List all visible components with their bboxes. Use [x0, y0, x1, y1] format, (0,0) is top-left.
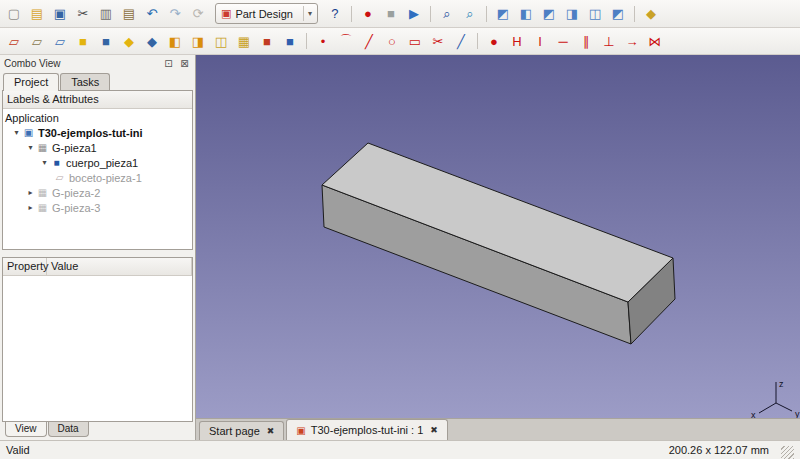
- property-table-body[interactable]: [3, 276, 192, 421]
- view-rear-icon[interactable]: ◫: [584, 4, 606, 24]
- document-icon: ▣: [296, 425, 305, 436]
- new-document-icon[interactable]: ▢: [3, 4, 25, 24]
- combo-close-button[interactable]: ⊠: [178, 57, 191, 70]
- combo-view-titlebar[interactable]: Combo View ⊡ ⊠: [0, 55, 195, 71]
- toolbar-icon-glyph: ◩: [543, 6, 555, 21]
- toolbar-icon-glyph: ▱: [9, 34, 19, 49]
- measure-distance-icon[interactable]: ◆: [640, 4, 662, 24]
- chamfer-icon[interactable]: ◨: [187, 31, 209, 51]
- tree-item-g-pieza-3[interactable]: ▸ ▦ G-pieza-3: [3, 200, 192, 215]
- constraint-symmetric-icon[interactable]: ⋈: [644, 31, 666, 51]
- doc-tab-start-page[interactable]: Start page ✖: [199, 421, 284, 440]
- pocket-icon[interactable]: ■: [95, 31, 117, 51]
- sketch-arc-icon[interactable]: ⌒: [335, 31, 357, 51]
- tree-item-application[interactable]: Application: [3, 110, 192, 125]
- view-top-icon[interactable]: ◩: [538, 4, 560, 24]
- view-front-icon[interactable]: ◧: [515, 4, 537, 24]
- 3d-viewport[interactable]: z x y: [196, 55, 800, 418]
- close-icon[interactable]: ✖: [430, 425, 438, 435]
- paste-icon[interactable]: ▤: [118, 4, 140, 24]
- groove-icon[interactable]: ◆: [141, 31, 163, 51]
- combo-float-button[interactable]: ⊡: [162, 57, 175, 70]
- combo-view-panel: Combo View ⊡ ⊠ Project Tasks La: [0, 55, 196, 440]
- toolbar-icon-glyph: ▦: [238, 34, 250, 49]
- sketch-trim-icon[interactable]: ✂: [427, 31, 449, 51]
- fillet-icon[interactable]: ◧: [164, 31, 186, 51]
- macro-record-icon[interactable]: ●: [357, 4, 379, 24]
- tab-data[interactable]: Data: [48, 422, 89, 437]
- sketch-line-icon[interactable]: ╱: [358, 31, 380, 51]
- refresh-icon[interactable]: ⟳: [187, 4, 209, 24]
- edit-sketch-icon[interactable]: ▱: [26, 31, 48, 51]
- tree-item-label: cuerpo_pieza1: [66, 157, 138, 169]
- tree-item-g-pieza1[interactable]: ▾ ▦ G-pieza1: [3, 140, 192, 155]
- pad-icon[interactable]: ■: [72, 31, 94, 51]
- cut-icon[interactable]: ✂: [72, 4, 94, 24]
- tree-item-icon: ▱: [53, 172, 66, 183]
- toolbar-icon-glyph: ▱: [55, 34, 65, 49]
- boolean-cut-icon[interactable]: ■: [256, 31, 278, 51]
- tree-item-cuerpo-pieza1[interactable]: ▾ ■ cuerpo_pieza1: [3, 155, 192, 170]
- tree-item-document[interactable]: ▾ ▣ T30-ejemplos-tut-ini: [3, 125, 192, 140]
- close-icon[interactable]: ✖: [267, 426, 275, 436]
- boolean-union-icon[interactable]: ■: [279, 31, 301, 51]
- redo-icon[interactable]: ↷: [164, 4, 186, 24]
- window-button-glyph: ⊠: [180, 58, 188, 69]
- macro-play-icon[interactable]: ▶: [403, 4, 425, 24]
- toolbar-icon-glyph: ■: [102, 34, 110, 49]
- mirrored-icon[interactable]: ◫: [210, 31, 232, 51]
- constraint-distance-icon[interactable]: ─: [552, 31, 574, 51]
- construction-mode-icon[interactable]: ╱: [450, 31, 472, 51]
- viewport-canvas[interactable]: z x y: [196, 55, 800, 418]
- tree-expander-icon[interactable]: ▸: [25, 188, 36, 197]
- tab-view[interactable]: View: [5, 422, 47, 437]
- linear-pattern-icon[interactable]: ▦: [233, 31, 255, 51]
- tree-expander-icon[interactable]: ▾: [11, 128, 22, 137]
- resize-grip[interactable]: [781, 446, 794, 459]
- tree-expander-icon[interactable]: ▾: [25, 143, 36, 152]
- revolution-icon[interactable]: ◆: [118, 31, 140, 51]
- doc-tab-document[interactable]: ▣ T30-ejemplos-tut-ini : 1 ✖: [286, 419, 448, 440]
- toolbar-icon-glyph: ▤: [31, 6, 43, 21]
- workbench-selector[interactable]: ▣ Part Design ▾: [215, 3, 318, 24]
- save-icon[interactable]: ▣: [49, 4, 71, 24]
- tree-item-g-pieza-2[interactable]: ▸ ▦ G-pieza-2: [3, 185, 192, 200]
- open-document-icon[interactable]: ▤: [26, 4, 48, 24]
- tree-header: Labels & Attributes: [3, 91, 192, 109]
- view-bottom-icon[interactable]: ◩: [607, 4, 629, 24]
- tree-item-label: T30-ejemplos-tut-ini: [38, 127, 143, 139]
- constraint-horizontal-icon[interactable]: H: [506, 31, 528, 51]
- toolbar-icon-glyph: ▢: [8, 6, 20, 21]
- constraint-tangent-icon[interactable]: →: [621, 31, 643, 51]
- constraint-parallel-icon[interactable]: ∥: [575, 31, 597, 51]
- constraint-perpendicular-icon[interactable]: ⊥: [598, 31, 620, 51]
- copy-icon[interactable]: ▥: [95, 4, 117, 24]
- tree-item-boceto-pieza-1[interactable]: ▱ boceto-pieza-1: [3, 170, 192, 185]
- zoom-fit-all-icon[interactable]: ⌕: [436, 4, 458, 24]
- tree-expander-icon[interactable]: ▾: [39, 158, 50, 167]
- workbench-icon: ▣: [221, 7, 231, 20]
- map-sketch-icon[interactable]: ▱: [49, 31, 71, 51]
- sketch-point-icon[interactable]: •: [312, 31, 334, 51]
- constraint-vertical-icon[interactable]: I: [529, 31, 551, 51]
- combo-view-title: Combo View: [4, 58, 61, 69]
- macro-view-toolbar: ? ● ■ ▶ ⌕: [324, 4, 662, 24]
- toolbar-icon-glyph: ∥: [583, 34, 590, 49]
- toolbar-icon-glyph: ─: [558, 34, 567, 49]
- sketch-rectangle-icon[interactable]: ▭: [404, 31, 426, 51]
- tab-project[interactable]: Project: [3, 73, 59, 91]
- undo-icon[interactable]: ↶: [141, 4, 163, 24]
- tree-expander-icon[interactable]: ▸: [25, 203, 36, 212]
- zoom-box-icon[interactable]: ⌕: [459, 4, 481, 24]
- view-right-icon[interactable]: ◨: [561, 4, 583, 24]
- tab-tasks[interactable]: Tasks: [60, 73, 110, 91]
- tree-item-label: G-pieza1: [52, 142, 97, 154]
- sketch-circle-icon[interactable]: ○: [381, 31, 403, 51]
- view-axonometric-icon[interactable]: ◩: [492, 4, 514, 24]
- value-column-header[interactable]: Value: [47, 258, 192, 275]
- macro-stop-icon[interactable]: ■: [380, 4, 402, 24]
- property-column-header[interactable]: Property: [3, 258, 47, 275]
- constraint-coincident-icon[interactable]: ●: [483, 31, 505, 51]
- whats-this-icon[interactable]: ?: [324, 4, 346, 24]
- new-sketch-icon[interactable]: ▱: [3, 31, 25, 51]
